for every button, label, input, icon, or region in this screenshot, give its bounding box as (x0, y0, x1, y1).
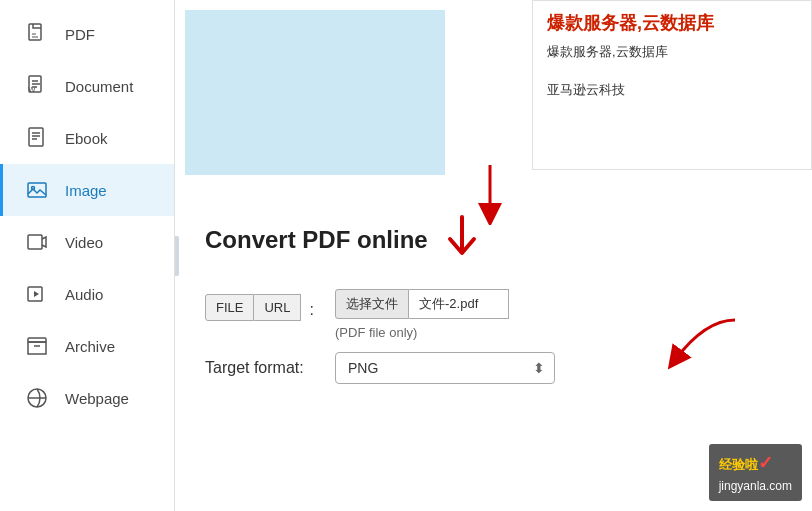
banner-ad-brand: 亚马逊云科技 (547, 81, 797, 99)
image-icon (23, 176, 51, 204)
chosen-file-name: 文件-2.pdf (409, 289, 509, 319)
ebook-icon (23, 124, 51, 152)
svg-rect-9 (28, 342, 46, 354)
convert-title: Convert PDF online (205, 215, 782, 265)
sidebar-item-audio[interactable]: Audio (0, 268, 174, 320)
banner-ad-title: 爆款服务器,云数据库 (547, 11, 797, 35)
sidebar-item-ebook[interactable]: Ebook (0, 112, 174, 164)
main-content: 爆款服务器,云数据库 爆款服务器,云数据库 亚马逊云科技 (175, 0, 812, 511)
choose-file-button[interactable]: 选择文件 (335, 289, 409, 319)
down-arrow-icon (444, 215, 480, 265)
sidebar-item-image-label: Image (65, 182, 107, 199)
banner-area: 爆款服务器,云数据库 爆款服务器,云数据库 亚马逊云科技 (175, 0, 812, 195)
target-format-label: Target format: (205, 359, 335, 377)
banner-ad-subtitle: 爆款服务器,云数据库 (547, 43, 797, 61)
svg-rect-6 (28, 235, 42, 249)
file-tab-button[interactable]: FILE (205, 294, 254, 321)
sidebar-item-ebook-label: Ebook (65, 130, 108, 147)
video-icon (23, 228, 51, 256)
sidebar-item-video-label: Video (65, 234, 103, 251)
webpage-icon (23, 384, 51, 412)
sidebar-item-archive[interactable]: Archive (0, 320, 174, 372)
file-colon-area: FILE URL : (205, 289, 335, 321)
sidebar-item-pdf-label: PDF (65, 26, 95, 43)
file-input-row: 选择文件 文件-2.pdf (335, 289, 509, 319)
audio-icon (23, 280, 51, 308)
sidebar-item-archive-label: Archive (65, 338, 115, 355)
watermark-line2: jingyanla.com (719, 477, 792, 495)
sidebar-item-webpage[interactable]: Webpage (0, 372, 174, 424)
document-icon: W (23, 72, 51, 100)
svg-rect-3 (29, 128, 43, 146)
format-select-wrapper: PNG JPG BMP GIF TIFF ICO WEBP ⬍ (335, 352, 555, 384)
watermark: 经验啦✓ jingyanla.com (709, 444, 802, 501)
sidebar-item-document[interactable]: W Document (0, 60, 174, 112)
sidebar-item-video[interactable]: Video (0, 216, 174, 268)
archive-icon (23, 332, 51, 360)
sidebar-item-audio-label: Audio (65, 286, 103, 303)
url-tab-button[interactable]: URL (254, 294, 301, 321)
sidebar-item-image[interactable]: Image (0, 164, 174, 216)
sidebar: PDF W Document Ebook Ima (0, 0, 175, 511)
svg-rect-4 (28, 183, 46, 197)
svg-text:W: W (28, 85, 36, 94)
sidebar-item-pdf[interactable]: PDF (0, 8, 174, 60)
file-upload-row: FILE URL : 选择文件 文件-2.pdf (PDF file only) (205, 289, 782, 340)
target-format-row: Target format: PNG JPG BMP GIF TIFF ICO … (205, 352, 782, 384)
format-select[interactable]: PNG JPG BMP GIF TIFF ICO WEBP (335, 352, 555, 384)
sidebar-item-document-label: Document (65, 78, 133, 95)
banner-blue-placeholder (185, 10, 445, 175)
banner-ad: 爆款服务器,云数据库 爆款服务器,云数据库 亚马逊云科技 (532, 0, 812, 170)
collapse-sidebar-button[interactable] (175, 236, 179, 276)
watermark-check-icon: ✓ (758, 453, 773, 473)
pdf-icon (23, 20, 51, 48)
sidebar-item-webpage-label: Webpage (65, 390, 129, 407)
file-hint: (PDF file only) (335, 325, 509, 340)
watermark-line1: 经验啦✓ (719, 450, 792, 477)
convert-title-text: Convert PDF online (205, 226, 428, 254)
colon-separator: : (301, 296, 321, 319)
file-controls: 选择文件 文件-2.pdf (PDF file only) (335, 289, 509, 340)
